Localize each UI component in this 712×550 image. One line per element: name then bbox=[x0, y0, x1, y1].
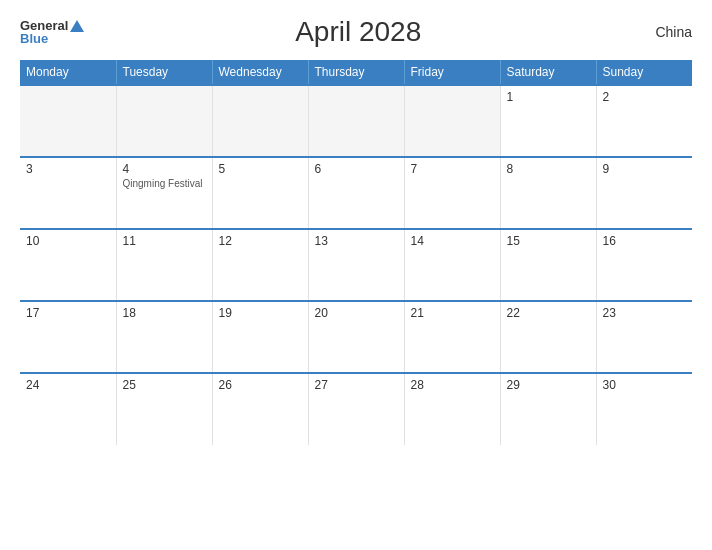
calendar-body: 1234Qingming Festival5678910111213141516… bbox=[20, 85, 692, 445]
day-number: 17 bbox=[26, 306, 110, 320]
day-number: 30 bbox=[603, 378, 687, 392]
day-cell: 25 bbox=[116, 373, 212, 445]
day-number: 5 bbox=[219, 162, 302, 176]
day-number: 11 bbox=[123, 234, 206, 248]
week-row-1: 12 bbox=[20, 85, 692, 157]
day-cell: 23 bbox=[596, 301, 692, 373]
day-cell: 30 bbox=[596, 373, 692, 445]
col-monday: Monday bbox=[20, 60, 116, 85]
day-cell: 4Qingming Festival bbox=[116, 157, 212, 229]
weekday-header-row: Monday Tuesday Wednesday Thursday Friday… bbox=[20, 60, 692, 85]
day-number: 7 bbox=[411, 162, 494, 176]
day-cell: 3 bbox=[20, 157, 116, 229]
day-number: 13 bbox=[315, 234, 398, 248]
day-cell bbox=[20, 85, 116, 157]
day-cell: 12 bbox=[212, 229, 308, 301]
day-number: 6 bbox=[315, 162, 398, 176]
day-number: 12 bbox=[219, 234, 302, 248]
day-number: 15 bbox=[507, 234, 590, 248]
day-cell: 13 bbox=[308, 229, 404, 301]
day-cell: 5 bbox=[212, 157, 308, 229]
day-number: 21 bbox=[411, 306, 494, 320]
day-cell bbox=[308, 85, 404, 157]
logo-triangle-icon bbox=[70, 20, 84, 32]
day-cell bbox=[116, 85, 212, 157]
day-cell bbox=[212, 85, 308, 157]
day-number: 10 bbox=[26, 234, 110, 248]
day-cell: 28 bbox=[404, 373, 500, 445]
day-cell: 19 bbox=[212, 301, 308, 373]
day-cell: 14 bbox=[404, 229, 500, 301]
day-number: 16 bbox=[603, 234, 687, 248]
day-cell: 11 bbox=[116, 229, 212, 301]
col-saturday: Saturday bbox=[500, 60, 596, 85]
country-label: China bbox=[632, 24, 692, 40]
day-number: 22 bbox=[507, 306, 590, 320]
day-number: 25 bbox=[123, 378, 206, 392]
col-thursday: Thursday bbox=[308, 60, 404, 85]
day-cell: 15 bbox=[500, 229, 596, 301]
day-cell: 2 bbox=[596, 85, 692, 157]
day-cell: 21 bbox=[404, 301, 500, 373]
day-cell: 17 bbox=[20, 301, 116, 373]
day-number: 9 bbox=[603, 162, 687, 176]
day-number: 20 bbox=[315, 306, 398, 320]
week-row-4: 17181920212223 bbox=[20, 301, 692, 373]
calendar-title: April 2028 bbox=[84, 16, 632, 48]
day-cell: 18 bbox=[116, 301, 212, 373]
week-row-5: 24252627282930 bbox=[20, 373, 692, 445]
day-number: 19 bbox=[219, 306, 302, 320]
week-row-3: 10111213141516 bbox=[20, 229, 692, 301]
day-number: 24 bbox=[26, 378, 110, 392]
day-number: 28 bbox=[411, 378, 494, 392]
calendar-page: General Blue April 2028 China Monday Tue… bbox=[0, 0, 712, 550]
day-number: 1 bbox=[507, 90, 590, 104]
day-number: 23 bbox=[603, 306, 687, 320]
day-cell: 16 bbox=[596, 229, 692, 301]
day-cell: 1 bbox=[500, 85, 596, 157]
day-number: 3 bbox=[26, 162, 110, 176]
day-cell: 22 bbox=[500, 301, 596, 373]
day-cell: 8 bbox=[500, 157, 596, 229]
col-friday: Friday bbox=[404, 60, 500, 85]
day-number: 26 bbox=[219, 378, 302, 392]
day-cell bbox=[404, 85, 500, 157]
day-cell: 20 bbox=[308, 301, 404, 373]
col-wednesday: Wednesday bbox=[212, 60, 308, 85]
day-cell: 9 bbox=[596, 157, 692, 229]
day-cell: 7 bbox=[404, 157, 500, 229]
day-cell: 24 bbox=[20, 373, 116, 445]
day-number: 8 bbox=[507, 162, 590, 176]
logo: General Blue bbox=[20, 19, 84, 45]
day-event: Qingming Festival bbox=[123, 178, 203, 189]
week-row-2: 34Qingming Festival56789 bbox=[20, 157, 692, 229]
day-number: 29 bbox=[507, 378, 590, 392]
day-number: 27 bbox=[315, 378, 398, 392]
day-cell: 26 bbox=[212, 373, 308, 445]
calendar-table: Monday Tuesday Wednesday Thursday Friday… bbox=[20, 60, 692, 445]
header: General Blue April 2028 China bbox=[20, 16, 692, 48]
day-number: 18 bbox=[123, 306, 206, 320]
day-cell: 29 bbox=[500, 373, 596, 445]
day-number: 14 bbox=[411, 234, 494, 248]
col-tuesday: Tuesday bbox=[116, 60, 212, 85]
day-cell: 6 bbox=[308, 157, 404, 229]
day-number: 2 bbox=[603, 90, 687, 104]
day-number: 4 bbox=[123, 162, 206, 176]
col-sunday: Sunday bbox=[596, 60, 692, 85]
day-cell: 27 bbox=[308, 373, 404, 445]
day-cell: 10 bbox=[20, 229, 116, 301]
logo-blue-text: Blue bbox=[20, 32, 48, 45]
